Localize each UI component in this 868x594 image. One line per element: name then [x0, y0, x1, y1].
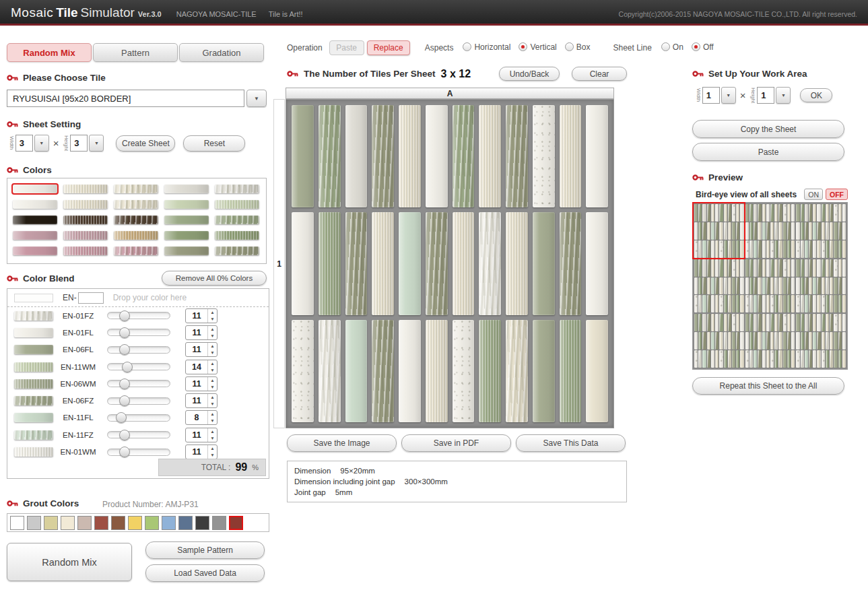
blend-ratio-slider[interactable] [107, 449, 170, 456]
tile-select[interactable]: RYUSUISAI [95x20 BORDER] ▼ [7, 90, 267, 107]
tile-color-swatch[interactable] [114, 231, 158, 240]
blend-ratio-slider[interactable] [107, 380, 170, 387]
grout-color-swatch[interactable] [94, 516, 108, 530]
tab-random-mix[interactable]: Random Mix [7, 43, 92, 62]
copy-sheet-button[interactable]: Copy the Sheet [692, 120, 844, 138]
tile-color-swatch[interactable] [215, 200, 259, 209]
birdeye-preview[interactable] [692, 202, 848, 370]
sheet-tile[interactable] [345, 105, 368, 207]
sheet-tile[interactable] [292, 320, 314, 422]
ok-button[interactable]: OK [800, 88, 832, 102]
grout-color-swatch[interactable] [27, 516, 41, 530]
chevron-down-icon[interactable]: ▼ [89, 135, 104, 152]
sheet-tile[interactable] [533, 212, 555, 315]
save-data-button[interactable]: Save This Data [516, 434, 626, 452]
grout-color-swatch[interactable] [195, 516, 209, 530]
sheet-tile[interactable] [479, 105, 501, 207]
blend-value-stepper[interactable]: 11▲▼ [185, 308, 218, 323]
blend-color-swatch[interactable] [14, 362, 53, 372]
stepper-up-icon[interactable]: ▲ [208, 445, 217, 452]
tile-color-swatch[interactable] [63, 216, 108, 224]
clear-button[interactable]: Clear [572, 67, 627, 81]
grout-color-swatch[interactable] [111, 516, 125, 530]
grout-color-swatch[interactable] [178, 516, 193, 530]
sheet-tile[interactable] [372, 320, 394, 422]
tile-color-swatch[interactable] [63, 185, 108, 193]
stepper-down-icon[interactable]: ▼ [208, 418, 217, 424]
sheet-tile[interactable] [345, 212, 368, 315]
stepper-down-icon[interactable]: ▼ [208, 316, 217, 323]
sheet-tile[interactable] [506, 320, 528, 422]
sheet-tile[interactable] [453, 212, 475, 315]
blend-value-stepper[interactable]: 11▲▼ [185, 393, 218, 408]
stepper-down-icon[interactable]: ▼ [208, 350, 217, 356]
birdeye-on-button[interactable]: ON [804, 189, 823, 200]
tile-select-value[interactable]: RYUSUISAI [95x20 BORDER] [7, 90, 244, 107]
tile-color-swatch[interactable] [13, 231, 57, 240]
stepper-up-icon[interactable]: ▲ [208, 360, 217, 367]
sheet-tile[interactable] [345, 320, 368, 422]
blend-ratio-slider[interactable] [107, 346, 170, 354]
sheet-tile[interactable] [292, 105, 314, 207]
blend-ratio-slider[interactable] [107, 431, 170, 438]
stepper-down-icon[interactable]: ▼ [208, 333, 217, 339]
aspect-radio-horizontal[interactable]: Horizontal [463, 42, 510, 52]
stepper-down-icon[interactable]: ▼ [208, 452, 217, 459]
birdeye-off-button[interactable]: OFF [826, 189, 848, 200]
work-height-select[interactable]: 1 ▼ [757, 87, 791, 104]
create-sheet-button[interactable]: Create Sheet [116, 135, 175, 152]
sheet-tile[interactable] [560, 320, 582, 422]
sheet-tile[interactable] [426, 320, 448, 422]
chevron-down-icon[interactable]: ▼ [721, 87, 736, 104]
sheet-tile[interactable] [506, 105, 528, 207]
remove-all-zero-colors-button[interactable]: Remove All 0% Colors [162, 271, 267, 286]
sheet-tile[interactable] [586, 320, 608, 422]
reset-button[interactable]: Reset [183, 135, 245, 152]
slider-handle[interactable] [119, 378, 130, 389]
sheet-width-select[interactable]: 3 ▼ [15, 135, 49, 152]
blend-value-stepper[interactable]: 8▲▼ [185, 410, 218, 425]
random-mix-button[interactable]: Random Mix [7, 543, 132, 581]
blend-ratio-slider[interactable] [107, 329, 170, 336]
grout-color-swatch[interactable] [10, 516, 24, 530]
sample-pattern-button[interactable]: Sample Pattern [145, 541, 265, 559]
blend-color-swatch[interactable] [14, 430, 53, 440]
tile-sheet-grid[interactable] [286, 99, 614, 428]
slider-handle[interactable] [116, 412, 127, 423]
tile-color-swatch[interactable] [114, 185, 158, 193]
blend-value-stepper[interactable]: 11▲▼ [185, 444, 218, 459]
stepper-down-icon[interactable]: ▼ [208, 367, 217, 374]
tile-color-swatch[interactable] [215, 185, 259, 193]
tile-color-swatch[interactable] [114, 200, 158, 209]
sheet-line-radio-on[interactable]: On [661, 42, 683, 52]
sheet-tile[interactable] [453, 105, 475, 207]
sheet-tile[interactable] [479, 212, 501, 315]
work-width-select[interactable]: 1 ▼ [702, 87, 736, 104]
tile-color-swatch[interactable] [13, 185, 57, 193]
sheet-tile[interactable] [319, 105, 341, 207]
operation-replace-button[interactable]: Replace [367, 40, 410, 55]
tile-color-swatch[interactable] [164, 216, 209, 224]
slider-handle[interactable] [119, 310, 130, 321]
stepper-up-icon[interactable]: ▲ [208, 343, 217, 350]
blend-color-swatch[interactable] [14, 396, 53, 405]
sheet-tile[interactable] [399, 105, 421, 207]
tile-color-swatch[interactable] [164, 246, 209, 255]
blend-value-stepper[interactable]: 11▲▼ [185, 428, 218, 442]
tile-color-swatch[interactable] [13, 246, 57, 255]
tile-color-swatch[interactable] [13, 200, 57, 209]
paste-button[interactable]: Paste [692, 143, 844, 161]
blend-color-swatch[interactable] [14, 311, 53, 321]
blend-color-swatch[interactable] [14, 413, 53, 422]
tile-color-swatch[interactable] [164, 185, 209, 193]
stepper-up-icon[interactable]: ▲ [208, 326, 217, 333]
aspect-radio-vertical[interactable]: Vertical [519, 42, 556, 52]
sheet-tile[interactable] [586, 212, 608, 315]
sheet-tile[interactable] [292, 212, 314, 315]
grout-color-swatch[interactable] [162, 516, 176, 530]
tile-color-swatch[interactable] [215, 231, 259, 240]
stepper-up-icon[interactable]: ▲ [208, 428, 217, 435]
operation-paste-button[interactable]: Paste [329, 40, 364, 55]
blend-value-stepper[interactable]: 11▲▼ [185, 376, 218, 391]
save-image-button[interactable]: Save the Image [287, 434, 397, 452]
